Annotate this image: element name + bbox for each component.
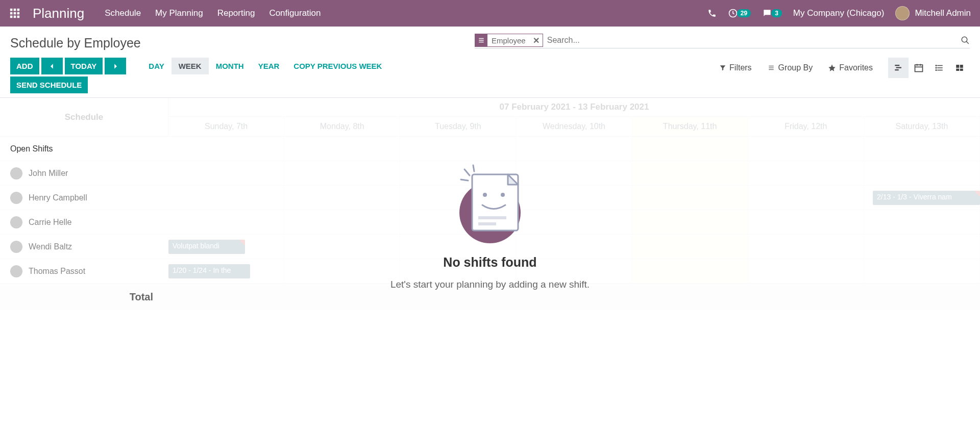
range-switcher: DAY WEEK MONTH YEAR COPY PREVIOUS WEEK: [141, 58, 389, 74]
calendar-view-icon[interactable]: [909, 58, 929, 78]
avatar: [10, 241, 22, 253]
svg-rect-40: [478, 222, 496, 225]
svg-rect-39: [478, 216, 506, 219]
groupby-label: Group By: [778, 63, 813, 72]
svg-rect-33: [956, 69, 959, 71]
employee-name: Carrie Helle: [29, 218, 71, 227]
gantt-view-icon[interactable]: [888, 58, 909, 78]
phone-icon[interactable]: [707, 9, 717, 18]
control-panel: Schedule by Employee Employee ✕ ADD: [0, 27, 980, 98]
menu-configuration[interactable]: Configuration: [269, 8, 321, 18]
menu-schedule[interactable]: Schedule: [105, 8, 141, 18]
empty-title: No shifts found: [443, 255, 536, 270]
kanban-view-icon[interactable]: [949, 58, 970, 78]
svg-point-30: [936, 70, 937, 71]
svg-rect-6: [10, 16, 13, 18]
svg-rect-20: [895, 69, 899, 70]
list-icon: [475, 34, 487, 46]
facet-label: Employee: [487, 36, 530, 45]
employee-name: Wendi Baltz: [29, 242, 72, 251]
avatar: [10, 167, 22, 180]
today-button[interactable]: TODAY: [65, 58, 103, 74]
view-title: Schedule by Employee: [10, 36, 141, 50]
send-schedule-button[interactable]: SEND SCHEDULE: [10, 76, 88, 93]
avatar: [10, 265, 22, 277]
svg-rect-3: [10, 12, 13, 15]
company-switcher[interactable]: My Company (Chicago): [793, 8, 885, 18]
copy-previous-week[interactable]: COPY PREVIOUS WEEK: [286, 58, 389, 74]
svg-rect-5: [17, 12, 20, 15]
svg-rect-18: [895, 65, 899, 66]
svg-point-37: [483, 193, 487, 197]
empty-illustration-icon: [442, 159, 538, 246]
filters-label: Filters: [729, 63, 752, 72]
empty-overlay: No shifts found Let's start your plannin…: [0, 98, 980, 310]
favorites-dropdown[interactable]: Favorites: [828, 63, 873, 72]
search-box[interactable]: Employee ✕: [475, 33, 970, 48]
search-facet-employee: Employee ✕: [475, 34, 543, 47]
range-year[interactable]: YEAR: [251, 58, 287, 74]
activities-count: 29: [737, 9, 751, 17]
facet-remove[interactable]: ✕: [530, 36, 543, 45]
activities-icon[interactable]: 29: [728, 8, 751, 18]
svg-rect-34: [960, 69, 963, 71]
user-avatar: [895, 6, 910, 20]
employee-name: John Miller: [29, 169, 68, 178]
svg-rect-4: [14, 12, 16, 15]
svg-rect-31: [956, 65, 959, 68]
svg-line-14: [966, 41, 969, 44]
search-input[interactable]: [547, 36, 961, 45]
svg-point-29: [936, 67, 937, 68]
total-label: Total: [0, 291, 168, 303]
schedule-view: Schedule 07 February 2021 - 13 February …: [0, 98, 980, 310]
svg-rect-8: [17, 16, 20, 18]
top-navbar: Planning Schedule My Planning Reporting …: [0, 0, 980, 27]
svg-rect-1: [14, 9, 16, 11]
next-button[interactable]: [105, 58, 126, 74]
prev-button[interactable]: [41, 58, 63, 74]
messages-icon[interactable]: 3: [762, 8, 782, 18]
main-menu: Schedule My Planning Reporting Configura…: [105, 8, 321, 18]
svg-rect-32: [960, 65, 963, 68]
employee-name: Thomas Passot: [29, 267, 85, 276]
svg-line-41: [464, 169, 470, 175]
groupby-dropdown[interactable]: Group By: [767, 63, 813, 72]
menu-reporting[interactable]: Reporting: [217, 8, 255, 18]
empty-subtitle: Let's start your planning by adding a ne…: [390, 279, 590, 290]
svg-rect-21: [915, 65, 923, 71]
svg-point-13: [962, 37, 967, 42]
svg-rect-2: [17, 9, 20, 11]
svg-line-42: [461, 180, 468, 181]
range-day[interactable]: DAY: [141, 58, 171, 74]
view-switcher: [888, 58, 970, 78]
app-brand[interactable]: Planning: [33, 6, 84, 21]
list-view-icon[interactable]: [929, 58, 949, 78]
range-month[interactable]: MONTH: [209, 58, 251, 74]
svg-rect-0: [10, 9, 13, 11]
open-shifts-label: Open Shifts: [0, 144, 168, 154]
svg-point-28: [936, 65, 937, 66]
add-button[interactable]: ADD: [10, 58, 39, 74]
messages-count: 3: [771, 9, 782, 17]
employee-name: Henry Campbell: [29, 193, 87, 202]
avatar: [10, 216, 22, 228]
apps-icon[interactable]: [9, 8, 20, 19]
svg-point-38: [501, 193, 505, 197]
range-week[interactable]: WEEK: [172, 58, 209, 74]
user-name: Mitchell Admin: [915, 8, 971, 18]
search-icon[interactable]: [961, 36, 970, 45]
filters-dropdown[interactable]: Filters: [719, 63, 752, 72]
favorites-label: Favorites: [839, 63, 873, 72]
user-menu[interactable]: Mitchell Admin: [895, 6, 971, 20]
avatar: [10, 192, 22, 204]
svg-line-43: [473, 165, 474, 171]
menu-my-planning[interactable]: My Planning: [155, 8, 203, 18]
svg-rect-19: [896, 67, 902, 68]
svg-rect-7: [14, 16, 16, 18]
